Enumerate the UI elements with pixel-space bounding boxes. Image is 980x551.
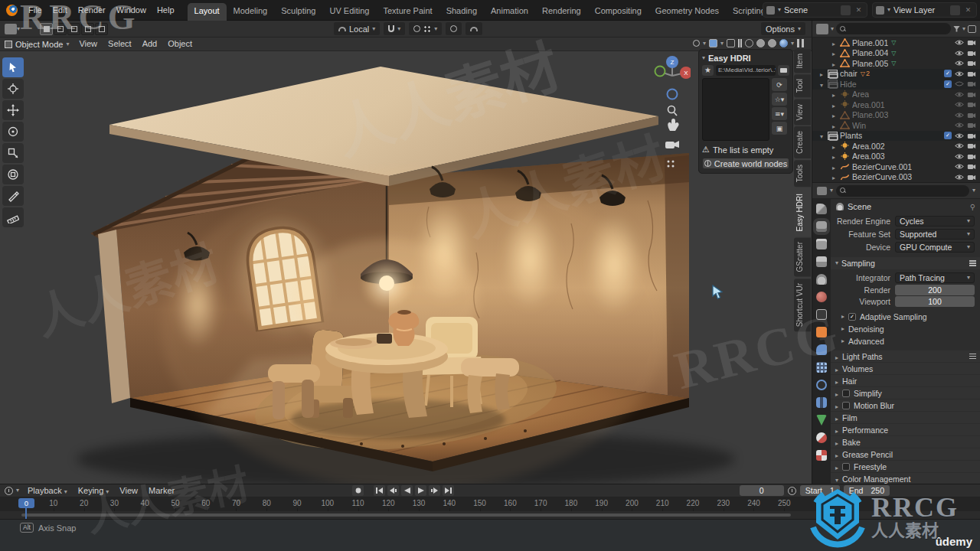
outliner-row[interactable]: Plane.003 ▽ ✓ <box>812 110 980 121</box>
properties-tab[interactable] <box>816 274 827 285</box>
hide-eye-icon[interactable] <box>955 101 964 108</box>
playhead-line[interactable] <box>25 508 27 519</box>
properties-tab[interactable] <box>816 256 827 267</box>
sidebar-tab[interactable]: View <box>794 99 811 126</box>
blender-logo-icon[interactable] <box>6 5 18 16</box>
workspace-tab[interactable]: Shading <box>439 3 484 21</box>
sidebar-tab[interactable]: Shortcut VUr <box>794 279 811 331</box>
select-box-tool[interactable] <box>2 57 24 77</box>
menu-item[interactable]: File <box>23 0 47 21</box>
dropdown-field[interactable]: GPU Compute▾ <box>895 242 975 253</box>
workspace-tab[interactable]: Rendering <box>535 3 588 21</box>
panel-checkbox[interactable] <box>842 402 850 409</box>
close-icon[interactable]: ✕ <box>854 5 864 15</box>
workspace-tab[interactable]: Texture Paint <box>376 3 439 21</box>
expand-arrow-icon[interactable] <box>832 142 840 151</box>
properties-search-input[interactable] <box>836 185 969 197</box>
favorite-star-icon[interactable]: ★ <box>702 65 714 76</box>
view-layer-name[interactable]: View Layer <box>893 5 947 15</box>
disable-render-icon[interactable] <box>967 101 976 108</box>
orientation-dropdown[interactable]: Local ▾ <box>334 22 380 35</box>
hide-eye-icon[interactable] <box>955 91 964 98</box>
workspace-tab[interactable]: Compositing <box>588 3 648 21</box>
cursor-tool[interactable] <box>2 79 24 99</box>
dropdown-field[interactable]: Cycles▾ <box>895 216 975 227</box>
disable-render-icon[interactable] <box>967 60 976 67</box>
preview-range-icon[interactable] <box>788 487 796 495</box>
panel-row[interactable]: Simplify <box>831 387 980 399</box>
hide-eye-icon[interactable] <box>955 174 964 181</box>
sub-panel-row[interactable]: ▸ Denoising <box>831 323 980 335</box>
outliner-row[interactable]: Win ▽ ✓ <box>812 120 980 131</box>
expand-arrow-icon[interactable] <box>832 110 840 119</box>
panel-checkbox[interactable]: ✓ <box>848 313 856 321</box>
workspace-tab[interactable]: Layout <box>188 3 227 21</box>
properties-tab[interactable] <box>816 239 827 249</box>
sampling-panel-header[interactable]: ▾ Sampling <box>831 257 980 269</box>
hide-eye-icon[interactable] <box>955 122 964 129</box>
disable-render-icon[interactable] <box>967 50 976 57</box>
browse-folder-icon[interactable] <box>778 65 789 76</box>
view-layer-selector[interactable]: ▾ View Layer ✕ <box>872 2 977 18</box>
properties-tab[interactable] <box>816 450 827 461</box>
properties-tab[interactable] <box>816 327 827 337</box>
jump-to-start-button[interactable] <box>374 485 385 496</box>
render-samples-slider[interactable]: 200 <box>895 285 975 295</box>
extra-toggle[interactable] <box>446 22 462 35</box>
solid-shading-icon[interactable] <box>756 39 765 47</box>
outliner-row[interactable]: Plane.005 ▽ ✓ <box>812 58 980 69</box>
jump-to-end-button[interactable] <box>443 485 454 496</box>
panel-row[interactable]: Motion Blur <box>831 399 980 411</box>
outliner-row[interactable]: Area ▽ ✓ <box>812 90 980 100</box>
navigation-gizmo[interactable]: Z X <box>654 54 691 178</box>
scene-name[interactable]: Scene <box>784 5 838 15</box>
timeline-scrollbar[interactable] <box>21 514 791 517</box>
properties-tab[interactable] <box>816 204 827 214</box>
disable-render-icon[interactable] <box>967 39 976 46</box>
sidebar-tab[interactable]: Tools <box>794 160 811 187</box>
pin-icon[interactable]: ⚲ <box>970 203 975 211</box>
expand-arrow-icon[interactable] <box>820 69 828 78</box>
outliner-row[interactable]: Area.002 ▽ ✓ <box>812 141 980 152</box>
properties-tab[interactable] <box>816 432 827 443</box>
workspace-tab[interactable]: Animation <box>484 3 535 21</box>
outliner-search-input[interactable] <box>836 23 951 34</box>
options-dropdown[interactable]: Options ▾ <box>761 22 805 35</box>
panel-row[interactable]: Performance <box>831 424 980 435</box>
collection-checkbox[interactable]: ✓ <box>944 70 952 77</box>
editor-split-icon[interactable] <box>797 39 804 47</box>
play-reverse-button[interactable] <box>401 485 413 496</box>
playhead[interactable]: 0 <box>18 498 34 508</box>
dropdown-field[interactable]: Supported▾ <box>895 229 975 240</box>
easy-hdri-panel-header[interactable]: ▾ Easy HDRI <box>702 52 789 64</box>
sidebar-tab[interactable]: Create <box>794 126 811 158</box>
workspace-tab[interactable]: Modeling <box>227 3 275 21</box>
expand-arrow-icon[interactable] <box>820 131 828 140</box>
properties-editor-icon[interactable] <box>817 187 827 195</box>
overlays-toggle-icon[interactable] <box>727 39 735 47</box>
workspace-tab[interactable]: Sculpting <box>274 3 322 21</box>
favorites-dropdown-icon[interactable]: ☆▾ <box>772 93 787 106</box>
viewport-samples-slider[interactable]: 100 <box>895 296 975 307</box>
outliner-row[interactable]: Plane.001 ▽ ✓ <box>812 37 980 48</box>
select-box-toggle[interactable] <box>54 23 67 35</box>
disable-render-icon[interactable] <box>967 153 976 160</box>
preset-icon[interactable] <box>969 356 976 357</box>
timeline-editor-icon[interactable] <box>5 487 13 495</box>
menu-item[interactable]: Window <box>111 0 152 21</box>
outliner-row[interactable]: BezierCurve.003 ▽ ✓ <box>812 172 980 183</box>
tweak-tool-toggle[interactable] <box>40 23 53 35</box>
sidebar-tab[interactable]: GScatter <box>794 237 811 276</box>
sidebar-tab[interactable]: Item <box>794 49 811 73</box>
disable-render-icon[interactable] <box>967 112 976 119</box>
viewport-menu-item[interactable]: View <box>74 37 103 54</box>
next-keyframe-button[interactable] <box>429 485 440 496</box>
hide-eye-icon[interactable] <box>955 112 964 119</box>
measure-tool[interactable] <box>2 207 24 227</box>
select-extend-toggle[interactable] <box>95 23 108 35</box>
new-scene-icon[interactable] <box>841 5 851 15</box>
collection-checkbox[interactable]: ✓ <box>944 132 952 139</box>
select-circle-toggle[interactable] <box>67 23 80 35</box>
hide-eye-icon[interactable] <box>955 132 964 139</box>
menu-item[interactable]: Help <box>152 0 180 21</box>
